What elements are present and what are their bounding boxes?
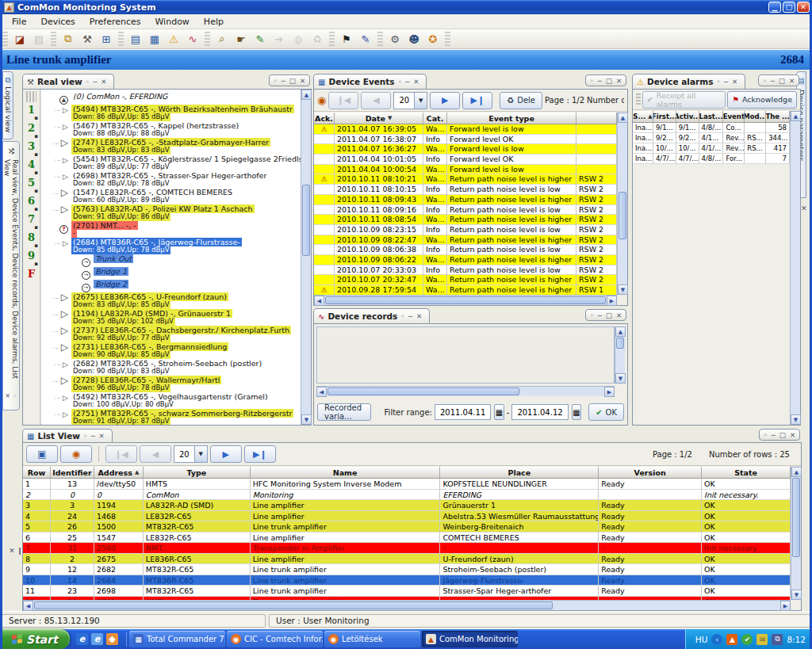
last-page-button[interactable]: ▶❙: [244, 445, 276, 463]
list-col-type[interactable]: Type: [144, 467, 251, 478]
tab-logical-view[interactable]: ⧉ Logical view: [2, 71, 13, 139]
menu-devices[interactable]: Devices: [33, 15, 82, 29]
list-col-state[interactable]: State: [702, 467, 791, 478]
list-col-identifier[interactable]: Identifier: [51, 467, 94, 478]
tray-app-icon[interactable]: ▲: [726, 634, 737, 645]
hide-icons-chevron[interactable]: ‹: [711, 634, 722, 645]
events-hscrollbar[interactable]: ◀ ▶: [314, 295, 617, 305]
menu-preferences[interactable]: Preferences: [82, 15, 148, 29]
list-row[interactable]: 113/dev/ttyS0HMTSHFC Monitoring System I…: [23, 479, 791, 490]
save-button[interactable]: ▣: [26, 445, 58, 463]
keys-icon[interactable]: ✪: [425, 31, 441, 47]
wrench-icon[interactable]: ⚙: [387, 31, 403, 47]
next-page-button[interactable]: ▶: [430, 92, 460, 109]
events-col-Event type[interactable]: Event type: [447, 113, 576, 124]
alarms-vscrollbar[interactable]: ▲ ▼: [790, 111, 800, 425]
list-col-place[interactable]: Place: [440, 467, 599, 478]
event-row[interactable]: 2010.10.07 20:32:47Wa...Return path nois…: [314, 275, 617, 285]
tab-window-controls[interactable]: ◦ ─ ✕: [86, 78, 108, 86]
tab-device-alarms[interactable]: ⚠ Device alarms ◦ ─ ✕: [632, 74, 745, 89]
event-row[interactable]: ⚠2011.04.07 16:39:05Wa...Forward level i…: [314, 124, 617, 135]
next-page-button[interactable]: ▶: [210, 445, 242, 463]
alarms-col-2[interactable]: Activ...: [676, 111, 699, 122]
tree-node[interactable]: ◦– ▷(2747) LE832R-C65 -, -Stadtplatz-Gra…: [44, 138, 301, 155]
severity-filter-1[interactable]: 1▪: [23, 104, 40, 122]
first-page-button[interactable]: ❙◀: [105, 445, 137, 463]
list-row[interactable]: 331194LA832R-AD (SMD)Line amplifierGrüna…: [23, 500, 791, 511]
menu-file[interactable]: File: [5, 15, 33, 29]
ok-button[interactable]: ✔OK: [588, 403, 624, 421]
event-row[interactable]: 2011.04.07 16:36:27Wa...Forward level is…: [314, 144, 617, 155]
list-row[interactable]: 822675LE836R-C65Line amplifierU-Freundor…: [23, 554, 791, 565]
tree-node[interactable]: ◦– ▷(2684) MT836R-C65 -, Jägerweg-Flurst…: [44, 238, 301, 254]
tab-device-events[interactable]: ▦ Device Events ◦ ─ ✕: [313, 74, 427, 89]
event-row[interactable]: 2010.10.11 08:10:15InfoReturn path noise…: [314, 185, 617, 195]
tab-real-view[interactable]: ⚒ Real view ◦ ─ ✕: [22, 74, 114, 89]
tree-node[interactable]: ◦– ▷(5763) LA832R-AD -, Polizei KW Platz…: [44, 204, 301, 221]
records-vscrollbar[interactable]: ▲ ▼: [615, 326, 625, 384]
severity-filter-7[interactable]: 7▪: [23, 213, 40, 231]
list-row[interactable]: 11232698MT832R-C65Line trunk amplifierSt…: [23, 586, 791, 597]
device-alarms-icon[interactable]: ⚠: [166, 31, 182, 47]
alarms-col-0[interactable]: S...▲: [633, 111, 653, 122]
tab-device-records[interactable]: ∿ Device records ◦ ─ ✕: [313, 308, 430, 323]
logbook-icon[interactable]: ✎: [252, 31, 268, 47]
alarm-row[interactable]: Ina...4/7/...4/7/...4/8/...For...7: [633, 154, 790, 164]
acknowledge-icon[interactable]: ☛: [233, 31, 249, 47]
recorded-variables-button[interactable]: Recorded varia...: [317, 403, 371, 421]
list-row[interactable]: 5261500MT832R-C65Line trunk amplifierWei…: [23, 521, 791, 533]
table-icon[interactable]: ⊞: [98, 31, 114, 47]
alarms-col-4[interactable]: Event: [723, 111, 745, 122]
taskbar-task[interactable]: ▲ComMon Monitoring S...: [422, 631, 518, 647]
dock-pin-close-icons[interactable]: ◦ ✕: [4, 387, 18, 407]
calendar-icon[interactable]: ▦: [494, 404, 504, 420]
list-col-version[interactable]: Version: [599, 467, 702, 478]
mail-icon[interactable]: ◆: [106, 633, 118, 645]
tools-icon[interactable]: ⚒: [79, 31, 95, 47]
list-row[interactable]: 6251547LE832R-C65Line amplifierCOMTECH B…: [23, 533, 791, 544]
right-dock-controls[interactable]: ◦✕: [800, 204, 812, 214]
tree-node[interactable]: →Trunk Out: [67, 254, 301, 267]
chart-icon[interactable]: ∿: [185, 31, 201, 47]
list-row[interactable]: 9122682MT832R-C65Line trunk amplifierStr…: [23, 564, 791, 575]
tree-node[interactable]: ◦– ▷(2731) LE836R-C65 -, Bergmannsiedlun…: [44, 342, 301, 359]
real-view-dock-controls[interactable]: ◦─□✕: [269, 74, 310, 86]
last-page-button[interactable]: ▶❙: [462, 92, 492, 109]
tree-vscrollbar[interactable]: ▲ ▼: [301, 90, 311, 425]
delete-events-button[interactable]: ♻Dele: [500, 92, 542, 109]
receipt-all-alarms-button[interactable]: ✔Receipt all alarms: [642, 91, 726, 109]
event-row[interactable]: 2011.04.04 10:01:05InfoForward level OK: [314, 155, 617, 165]
tree-node[interactable]: ◦– ▷(5494) MT832R-C65 -, Wörth Bezirksal…: [44, 105, 301, 121]
event-row[interactable]: ⚠2010.10.11 08:10:21Wa...Return path noi…: [314, 174, 617, 185]
event-row[interactable]: 2010.10.09 08:23:15InfoReturn path noise…: [314, 225, 617, 235]
device-events-dock-controls[interactable]: ◦─□✕: [585, 74, 626, 86]
maximize-button[interactable]: □: [783, 2, 795, 13]
menu-window[interactable]: Window: [147, 15, 196, 29]
tree-node[interactable]: ◦– ▷(5467) MT832R-C65 -, Kappel (hertzst…: [44, 121, 301, 138]
list-row[interactable]: 10142684MT836R-C65Line trunk amplifierJä…: [23, 575, 791, 586]
alarm-row[interactable]: Ina...10/...10/...4/1/...Rev...RS...417: [633, 143, 790, 154]
device-records-dock-controls[interactable]: ◦─□✕: [585, 309, 626, 321]
prev-page-button[interactable]: ◀: [140, 445, 171, 463]
event-row[interactable]: 2010.10.09 08:06:22Wa...Return path nois…: [314, 255, 617, 265]
flag-icon[interactable]: ⚑: [339, 31, 354, 47]
date-to-field[interactable]: 2011.04.12: [511, 404, 568, 420]
tree-node[interactable]: ◦– ▷(2728) LE836R-C65 -, Wallermayr/Hart…: [44, 376, 301, 392]
list-col-address[interactable]: Address▲: [94, 467, 144, 478]
alarms-col-1[interactable]: First...: [653, 111, 676, 122]
tree-node[interactable]: →Bridge 1: [67, 267, 301, 280]
refresh-button[interactable]: ◉: [60, 445, 92, 463]
severity-filter-6[interactable]: 6▪: [23, 195, 40, 213]
list-vscrollbar[interactable]: ▲ ▼: [791, 467, 801, 600]
events-vscrollbar[interactable]: ▲ ▼: [617, 113, 627, 295]
list-view-dock-controls[interactable]: ◦─□✕: [759, 429, 800, 441]
tree-node[interactable]: →Bridge 2: [67, 280, 301, 292]
alarm-row[interactable]: Ina...9/2...9/2...4/1...Rev...RS...344..…: [633, 133, 790, 143]
ie-icon[interactable]: e: [76, 633, 88, 645]
taskbar-task[interactable]: ▦Total Commander 7.0...: [129, 631, 225, 647]
tree-node[interactable]: ▲(0) ComMon -, EFERDING: [44, 92, 301, 105]
alarm-row[interactable]: Ina...9/1...9/1...4/8/...Co...58: [633, 123, 790, 133]
severity-filter-9[interactable]: 9▪: [23, 250, 40, 268]
topology-icon[interactable]: ⧉: [60, 31, 76, 47]
severity-filter-3[interactable]: 3▪: [23, 140, 40, 158]
